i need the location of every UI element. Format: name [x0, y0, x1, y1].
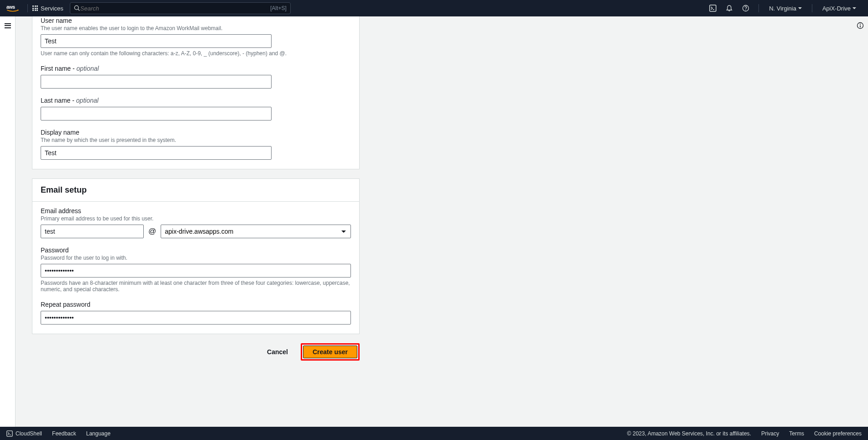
- top-nav: aws Services [Alt+S] N. Virginia ApiX-Dr…: [0, 0, 868, 16]
- nav-divider: [812, 4, 812, 12]
- nav-divider: [27, 4, 28, 12]
- search-icon: [74, 5, 80, 11]
- search-shortcut-hint: [Alt+S]: [270, 5, 287, 11]
- svg-point-1: [74, 5, 78, 10]
- apps-grid-icon: [32, 5, 38, 11]
- search-box[interactable]: [Alt+S]: [70, 2, 291, 14]
- account-label: ApiX-Drive: [822, 5, 851, 12]
- svg-line-2: [78, 9, 79, 10]
- nav-divider: [758, 4, 759, 12]
- notifications-icon[interactable]: [726, 5, 733, 12]
- help-icon[interactable]: [742, 5, 749, 12]
- caret-down-icon: [852, 7, 856, 9]
- svg-text:aws: aws: [6, 5, 15, 10]
- search-input[interactable]: [80, 5, 270, 12]
- services-menu[interactable]: Services: [32, 5, 63, 12]
- svg-point-6: [745, 10, 746, 10]
- region-label: N. Virginia: [769, 5, 796, 12]
- region-selector[interactable]: N. Virginia: [769, 5, 802, 12]
- account-menu[interactable]: ApiX-Drive: [822, 5, 856, 12]
- services-label: Services: [41, 5, 63, 12]
- caret-down-icon: [798, 7, 802, 9]
- cloudshell-icon[interactable]: [709, 5, 716, 12]
- aws-logo[interactable]: aws: [6, 5, 19, 12]
